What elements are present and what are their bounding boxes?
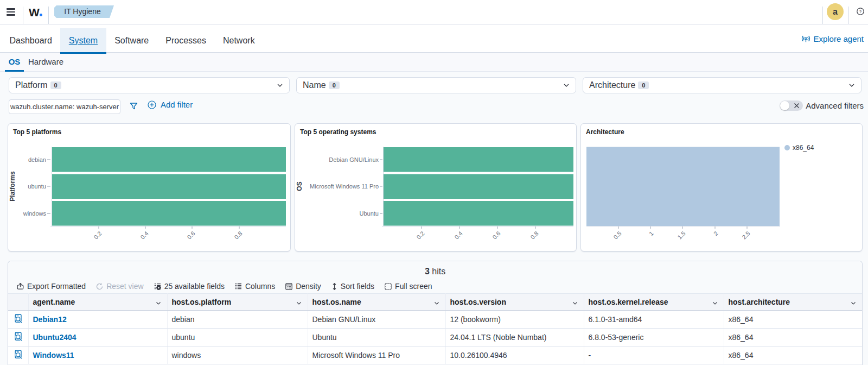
svg-text:0.5: 0.5 xyxy=(612,230,622,240)
svg-text:0.2: 0.2 xyxy=(92,230,103,240)
svg-text:2: 2 xyxy=(712,230,719,237)
svg-text:0.2: 0.2 xyxy=(415,230,425,240)
svg-text:ubuntu: ubuntu xyxy=(28,183,46,190)
svg-text:Platforms: Platforms xyxy=(9,171,16,202)
svg-text:0.6: 0.6 xyxy=(186,230,196,240)
svg-text:0.8: 0.8 xyxy=(233,230,243,240)
svg-text:Debian GNU/Linux: Debian GNU/Linux xyxy=(329,156,379,163)
svg-text:1: 1 xyxy=(648,230,655,237)
svg-text:0.8: 0.8 xyxy=(529,230,539,240)
svg-text:1.5: 1.5 xyxy=(676,230,686,240)
svg-text:Ubuntu: Ubuntu xyxy=(360,210,379,217)
svg-text:debian: debian xyxy=(28,156,46,163)
svg-text:OS: OS xyxy=(296,181,303,191)
svg-text:?: ? xyxy=(859,9,862,14)
svg-text:Microsoft Windows 11 Pro: Microsoft Windows 11 Pro xyxy=(310,183,379,190)
svg-text:0.4: 0.4 xyxy=(139,230,149,240)
svg-text:x86_64: x86_64 xyxy=(793,144,814,152)
svg-text:2.5: 2.5 xyxy=(741,230,751,240)
svg-text:0.6: 0.6 xyxy=(491,230,501,240)
svg-text:0.4: 0.4 xyxy=(453,230,463,240)
svg-text:windows: windows xyxy=(23,210,47,217)
